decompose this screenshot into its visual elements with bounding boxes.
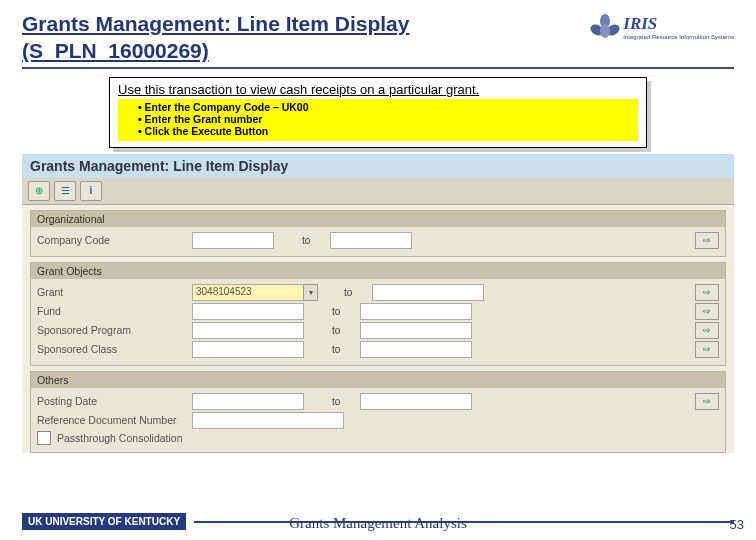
panel-others: Others Posting Date to ⇨ Reference Docum… <box>30 371 726 453</box>
to-label: to <box>332 306 350 317</box>
to-label: to <box>332 325 350 336</box>
grant-label: Grant <box>37 286 192 298</box>
row-sponsored-program: Sponsored Program to ⇨ <box>37 321 719 340</box>
row-grant: Grant 3048104523 ▾ to ⇨ <box>37 283 719 302</box>
row-company-code: Company Code to ⇨ <box>37 231 719 250</box>
info-button[interactable]: i <box>80 181 102 201</box>
title-line-1: Grants Management: Line Item Display <box>22 12 409 35</box>
sap-toolbar: ⊕ ☰ i <box>22 178 734 205</box>
passthrough-checkbox[interactable] <box>37 431 51 445</box>
iris-logo: IRIS Integrated Resource Information Sys… <box>591 14 734 40</box>
to-label: to <box>302 235 320 246</box>
row-posting-date: Posting Date to ⇨ <box>37 392 719 411</box>
company-code-label: Company Code <box>37 234 192 246</box>
sap-window-title: Grants Management: Line Item Display <box>22 154 734 178</box>
iris-text: IRIS <box>623 14 734 34</box>
panel-organizational: Organizational Company Code to ⇨ <box>30 210 726 257</box>
page-number: 53 <box>730 517 744 532</box>
multi-select-icon[interactable]: ⇨ <box>695 284 719 301</box>
variant-button[interactable]: ☰ <box>54 181 76 201</box>
to-label: to <box>344 287 362 298</box>
iris-subtext: Integrated Resource Information Systems <box>623 34 734 40</box>
panel-head: Grant Objects <box>31 263 725 279</box>
fund-to[interactable] <box>360 303 472 320</box>
company-code-to[interactable] <box>330 232 412 249</box>
posting-from[interactable] <box>192 393 304 410</box>
instruction-box: Use this transaction to view cash receip… <box>109 77 647 148</box>
footer-title: Grants Management Analysis <box>0 515 756 532</box>
row-passthrough: Passthrough Consolidation <box>37 430 719 446</box>
refdoc-field[interactable] <box>192 412 344 429</box>
refdoc-label: Reference Document Number <box>37 414 192 426</box>
grant-to[interactable] <box>372 284 484 301</box>
instruction-item: Click the Execute Button <box>138 125 634 137</box>
multi-select-icon[interactable]: ⇨ <box>695 232 719 249</box>
row-ref-doc: Reference Document Number <box>37 411 719 430</box>
slide-title: Grants Management: Line Item Display (S_… <box>22 10 591 65</box>
posting-label: Posting Date <box>37 395 192 407</box>
fund-from[interactable] <box>192 303 304 320</box>
instruction-list: Enter the Company Code – UK00 Enter the … <box>118 99 638 141</box>
instruction-main: Use this transaction to view cash receip… <box>118 82 638 97</box>
sprog-from[interactable] <box>192 322 304 339</box>
row-sponsored-class: Sponsored Class to ⇨ <box>37 340 719 359</box>
row-fund: Fund to ⇨ <box>37 302 719 321</box>
instruction-item: Enter the Grant number <box>138 113 634 125</box>
execute-button[interactable]: ⊕ <box>28 181 50 201</box>
iris-flower-icon <box>591 14 619 40</box>
sclass-from[interactable] <box>192 341 304 358</box>
multi-select-icon[interactable]: ⇨ <box>695 393 719 410</box>
passthrough-label: Passthrough Consolidation <box>57 432 183 444</box>
multi-select-icon[interactable]: ⇨ <box>695 322 719 339</box>
sclass-label: Sponsored Class <box>37 343 192 355</box>
sprog-to[interactable] <box>360 322 472 339</box>
instruction-item: Enter the Company Code – UK00 <box>138 101 634 113</box>
sap-window: Grants Management: Line Item Display ⊕ ☰… <box>22 154 734 453</box>
sclass-to[interactable] <box>360 341 472 358</box>
dropdown-icon[interactable]: ▾ <box>303 284 318 301</box>
to-label: to <box>332 344 350 355</box>
posting-to[interactable] <box>360 393 472 410</box>
multi-select-icon[interactable]: ⇨ <box>695 341 719 358</box>
multi-select-icon[interactable]: ⇨ <box>695 303 719 320</box>
title-row: Grants Management: Line Item Display (S_… <box>22 10 734 69</box>
title-line-2: (S_PLN_16000269) <box>22 39 209 62</box>
panel-head: Organizational <box>31 211 725 227</box>
to-label: to <box>332 396 350 407</box>
sprog-label: Sponsored Program <box>37 324 192 336</box>
panel-head: Others <box>31 372 725 388</box>
panel-grant-objects: Grant Objects Grant 3048104523 ▾ to ⇨ Fu… <box>30 262 726 366</box>
company-code-from[interactable] <box>192 232 274 249</box>
fund-label: Fund <box>37 305 192 317</box>
grant-from[interactable]: 3048104523 <box>192 284 304 301</box>
